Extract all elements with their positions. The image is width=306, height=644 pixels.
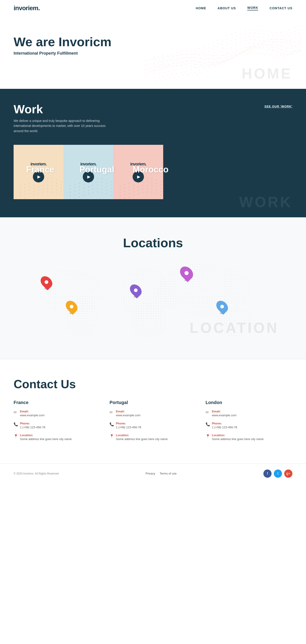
svg-point-342 bbox=[106, 186, 107, 187]
svg-point-99 bbox=[154, 70, 154, 71]
work-title: Work bbox=[14, 102, 109, 116]
svg-point-140 bbox=[191, 62, 192, 62]
svg-point-359 bbox=[93, 192, 94, 193]
svg-point-383 bbox=[161, 185, 162, 185]
svg-point-251 bbox=[244, 30, 245, 30]
svg-point-94 bbox=[282, 50, 282, 50]
svg-point-133 bbox=[159, 66, 160, 67]
map-pin-red[interactable] bbox=[42, 276, 52, 290]
nav-contact[interactable]: CONTACT US bbox=[270, 6, 292, 10]
svg-point-379 bbox=[142, 182, 143, 183]
svg-point-298 bbox=[38, 190, 39, 190]
svg-point-296 bbox=[29, 193, 30, 194]
svg-point-257 bbox=[271, 32, 272, 33]
svg-point-232 bbox=[158, 56, 159, 57]
contact-london-location: 📍 Location: Some address line goes here … bbox=[206, 434, 292, 442]
svg-point-2 bbox=[162, 76, 163, 77]
svg-point-131 bbox=[298, 40, 299, 40]
svg-point-40 bbox=[188, 74, 188, 75]
googleplus-button[interactable]: g+ bbox=[284, 470, 292, 478]
svg-point-261 bbox=[290, 29, 290, 30]
svg-point-370 bbox=[147, 178, 148, 179]
footer: © 2020 Invoricm. All Rights Reserved Pri… bbox=[0, 464, 306, 483]
svg-point-282 bbox=[56, 183, 57, 184]
svg-point-322 bbox=[106, 180, 107, 180]
svg-point-274 bbox=[20, 189, 21, 190]
svg-point-59 bbox=[274, 56, 274, 57]
facebook-button[interactable]: f bbox=[264, 470, 272, 478]
map-pin-blue[interactable] bbox=[217, 300, 227, 314]
portugal-label: Portugal bbox=[79, 165, 114, 174]
svg-point-341 bbox=[102, 185, 102, 186]
portugal-email-info: Email: www.example.com bbox=[116, 410, 140, 418]
svg-point-302 bbox=[56, 190, 57, 190]
svg-point-301 bbox=[52, 189, 52, 190]
svg-point-343 bbox=[111, 188, 112, 189]
svg-point-270 bbox=[47, 178, 48, 179]
svg-point-327 bbox=[84, 185, 84, 185]
svg-point-253 bbox=[253, 29, 254, 30]
svg-point-70 bbox=[173, 70, 174, 71]
svg-point-325 bbox=[74, 188, 75, 188]
nav-about[interactable]: ABOUT US bbox=[218, 6, 236, 10]
svg-point-312 bbox=[56, 193, 57, 194]
svg-point-132 bbox=[154, 67, 155, 68]
svg-point-219 bbox=[250, 33, 250, 33]
svg-point-172 bbox=[185, 57, 186, 58]
svg-point-402 bbox=[156, 190, 157, 190]
svg-point-286 bbox=[29, 190, 30, 190]
svg-point-12 bbox=[208, 66, 208, 66]
svg-point-143 bbox=[204, 56, 205, 57]
nav-home[interactable]: HOME bbox=[196, 6, 206, 10]
contact-portugal-heading: Portugal bbox=[110, 400, 196, 405]
svg-point-46 bbox=[215, 66, 215, 67]
svg-point-378 bbox=[138, 183, 139, 184]
svg-point-408 bbox=[138, 193, 139, 194]
map-pin-orange[interactable] bbox=[67, 300, 76, 314]
portugal-email-value: www.example.com bbox=[116, 414, 140, 417]
twitter-button[interactable]: t bbox=[274, 470, 282, 478]
svg-point-280 bbox=[47, 182, 48, 182]
svg-point-405 bbox=[124, 198, 125, 198]
svg-point-358 bbox=[88, 193, 89, 194]
contact-grid: France ✉ Email: www.example.com 📞 Phone:… bbox=[14, 400, 292, 446]
location-icon-france: 📍 bbox=[14, 434, 18, 438]
footer-privacy-link[interactable]: Privacy bbox=[146, 472, 155, 475]
svg-point-284 bbox=[20, 192, 21, 193]
svg-point-218 bbox=[245, 33, 246, 34]
svg-point-355 bbox=[74, 198, 75, 198]
svg-point-104 bbox=[176, 66, 177, 66]
work-header-left: Work We deliver a unique and truly bespo… bbox=[14, 102, 109, 134]
svg-point-291 bbox=[52, 185, 52, 186]
svg-point-393 bbox=[161, 188, 162, 189]
map-pin-purple[interactable] bbox=[131, 284, 141, 298]
footer-terms-link[interactable]: Terms of use bbox=[160, 472, 176, 475]
svg-point-357 bbox=[84, 195, 84, 196]
svg-point-271 bbox=[52, 178, 52, 179]
contact-section: Contact Us France ✉ Email: www.example.c… bbox=[0, 359, 306, 464]
work-watermark: WORK bbox=[239, 194, 292, 210]
svg-point-266 bbox=[29, 183, 30, 184]
svg-point-134 bbox=[164, 66, 164, 66]
svg-point-60 bbox=[278, 57, 279, 58]
map-pin-pink[interactable] bbox=[181, 266, 192, 281]
nav-work[interactable]: WORK bbox=[247, 6, 258, 10]
svg-point-43 bbox=[201, 72, 202, 73]
footer-links: Privacy Terms of use bbox=[146, 472, 176, 475]
work-link[interactable]: SEE OUR 'WORK' bbox=[264, 105, 292, 108]
france-location-value: Some address line goes here city name bbox=[20, 437, 72, 441]
svg-point-353 bbox=[111, 192, 112, 192]
svg-point-311 bbox=[52, 192, 52, 193]
svg-point-42 bbox=[196, 74, 197, 75]
svg-point-3 bbox=[167, 74, 168, 75]
svg-point-267 bbox=[34, 181, 34, 182]
svg-point-137 bbox=[177, 62, 178, 63]
france-phone-label: Phone: bbox=[20, 422, 45, 425]
svg-point-64 bbox=[296, 52, 297, 52]
svg-point-290 bbox=[47, 185, 48, 186]
svg-point-141 bbox=[196, 60, 196, 61]
svg-point-16 bbox=[226, 57, 227, 58]
svg-point-14 bbox=[217, 62, 218, 62]
phone-icon-portugal: 📞 bbox=[110, 422, 114, 426]
svg-point-360 bbox=[97, 192, 98, 192]
